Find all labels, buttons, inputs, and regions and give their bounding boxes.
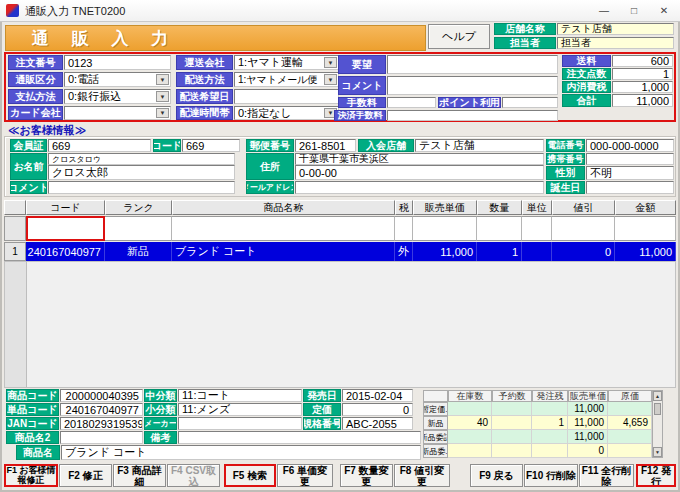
item-code-cell[interactable]: 240167040977 (26, 242, 105, 261)
stock-cell: 11,000 (568, 402, 608, 416)
standard-no-label: 規格番号 (303, 417, 341, 430)
entry-rank-cell[interactable] (105, 216, 172, 241)
stock-scrollbar[interactable]: ▲ ▼ (652, 390, 663, 458)
delivery-time-select[interactable]: 0:指定なし ▼ (234, 106, 339, 120)
item-price-cell[interactable]: 11,000 (413, 242, 477, 261)
stock-header-price: 販売単価 (568, 390, 608, 402)
f12-issue-button[interactable]: F12 発行 (636, 464, 676, 487)
release-date-field: 2015-02-04 (342, 389, 413, 402)
stock-cell (532, 444, 568, 458)
gender-field[interactable]: 不明 (586, 166, 674, 180)
entry-price-cell[interactable] (413, 216, 477, 241)
delivery-method-select[interactable]: 1:ヤマトメール便 ▼ (234, 72, 339, 87)
fee-field[interactable] (387, 97, 436, 108)
order-no-label: 注文番号 (8, 55, 63, 70)
entry-name-cell[interactable] (172, 216, 395, 241)
member-id-field[interactable]: 669 (48, 139, 151, 152)
f3-product-detail-button[interactable]: F3 商品詳細 (113, 464, 166, 487)
customer-name-field[interactable]: クロス太郎 (48, 165, 235, 180)
item-code-entry-cell[interactable] (26, 216, 105, 241)
f10-delete-row-button[interactable]: F10 行削除 (524, 464, 578, 487)
email-field[interactable] (295, 181, 544, 194)
payment-select[interactable]: 0:銀行振込 ▼ (64, 89, 171, 104)
email-label: メールアドレス (246, 181, 294, 194)
points-label: ポイント利用 (438, 97, 501, 108)
stock-cell (492, 416, 532, 430)
stock-header-reserved: 予約数 (492, 390, 532, 402)
entry-qty-cell[interactable] (477, 216, 522, 241)
shipping-fee-field[interactable]: 600 (612, 55, 673, 67)
entry-discount-cell[interactable] (552, 216, 615, 241)
item-unit-cell[interactable] (522, 242, 552, 261)
product-jan-code-field: 2018029319539 (60, 417, 143, 430)
close-button[interactable]: ✕ (650, 0, 678, 21)
delivery-time-label: 配達時間帯 (176, 106, 233, 120)
request-field[interactable] (387, 55, 558, 74)
scroll-down-icon[interactable]: ▼ (653, 447, 662, 457)
order-comment-field[interactable] (387, 76, 558, 95)
settlement-fee-field[interactable] (387, 110, 558, 121)
item-qty-cell[interactable]: 1 (477, 242, 522, 261)
phone-field[interactable]: 000-000-0000 (586, 139, 674, 152)
scrollbar-thumb[interactable] (654, 403, 661, 415)
sales-type-label: 通販区分 (8, 72, 63, 87)
address-line2-field[interactable]: 0-00-00 (295, 165, 544, 180)
f1-customer-edit-button[interactable]: F1 お客様情報修正 (4, 464, 58, 487)
entry-tax-cell[interactable] (395, 216, 413, 241)
list-price-field: 0 (342, 403, 413, 416)
item-discount-cell[interactable]: 0 (552, 242, 615, 261)
items-header-qty: 数量 (477, 200, 522, 215)
stock-cell (532, 430, 568, 444)
item-rank-cell[interactable]: 新品 (105, 242, 172, 261)
f5-search-button[interactable]: F5 検索 (224, 464, 276, 487)
entry-unit-cell[interactable] (522, 216, 552, 241)
card-company-label: カード会社 (8, 106, 63, 120)
chevron-down-icon[interactable]: ▼ (324, 74, 337, 85)
postal-field[interactable]: 261-8501 (295, 139, 356, 152)
store-name-field: テスト店舗 (557, 23, 674, 35)
f9-back-button[interactable]: F9 戻る (470, 464, 523, 487)
stock-cell (608, 444, 652, 458)
customer-code-field[interactable]: 669 (182, 139, 240, 152)
address-line1-field[interactable]: 千葉県千葉市美浜区 (295, 153, 544, 165)
chevron-down-icon[interactable]: ▼ (324, 57, 337, 68)
postal-label: 郵便番号 (246, 139, 294, 152)
join-store-label: 入会店舗 (358, 139, 414, 152)
f8-discount-change-button[interactable]: F8 値引変更 (394, 464, 450, 487)
delivery-date-field[interactable] (234, 89, 339, 104)
birthday-field[interactable] (586, 181, 674, 194)
fee-label: 手数料 (338, 97, 386, 108)
chevron-down-icon[interactable]: ▼ (156, 74, 169, 85)
carrier-select[interactable]: 1:ヤマト運輸 ▼ (234, 55, 339, 70)
sales-type-value: 0:電話 (68, 72, 99, 87)
entry-amount-cell[interactable] (615, 216, 676, 241)
item-amount-cell[interactable]: 11,000 (615, 242, 676, 261)
maximize-button[interactable]: □ (620, 0, 648, 21)
item-tax-cell[interactable]: 外 (395, 242, 413, 261)
help-button[interactable]: ヘルプ (428, 24, 490, 49)
points-field[interactable] (502, 97, 558, 108)
birthday-label: 誕生日 (546, 181, 585, 194)
f2-edit-button[interactable]: F2 修正 (59, 464, 112, 487)
customer-comment-label: コメント (10, 181, 47, 194)
sales-type-select[interactable]: 0:電話 ▼ (64, 72, 171, 87)
customer-kana-field[interactable]: クロスタロウ (48, 153, 235, 165)
gender-label: 性別 (546, 166, 585, 180)
customer-comment-field[interactable] (48, 181, 235, 194)
item-name-cell[interactable]: ブランド コート (172, 242, 395, 261)
app-icon (6, 4, 19, 17)
card-company-select[interactable]: ▼ (64, 106, 171, 120)
scroll-up-icon[interactable]: ▲ (653, 391, 662, 401)
minimize-button[interactable]: — (590, 0, 618, 21)
f11-delete-all-rows-button[interactable]: F11 全行削除 (579, 464, 634, 487)
order-no-field[interactable]: 0123 (64, 55, 171, 70)
chevron-down-icon[interactable]: ▼ (156, 108, 169, 118)
chevron-down-icon[interactable]: ▼ (156, 91, 169, 102)
join-store-field[interactable]: テスト店舗 (415, 139, 544, 152)
staff-label: 担当者 (494, 37, 556, 49)
f6-unit-price-change-button[interactable]: F6 単価変更 (277, 464, 333, 487)
f7-qty-change-button[interactable]: F7 数量変更 (340, 464, 393, 487)
item-rownum-cell[interactable]: 1 (4, 242, 26, 261)
mobile-field[interactable] (586, 153, 674, 165)
tax-included-label: 内消費税 (562, 81, 611, 93)
